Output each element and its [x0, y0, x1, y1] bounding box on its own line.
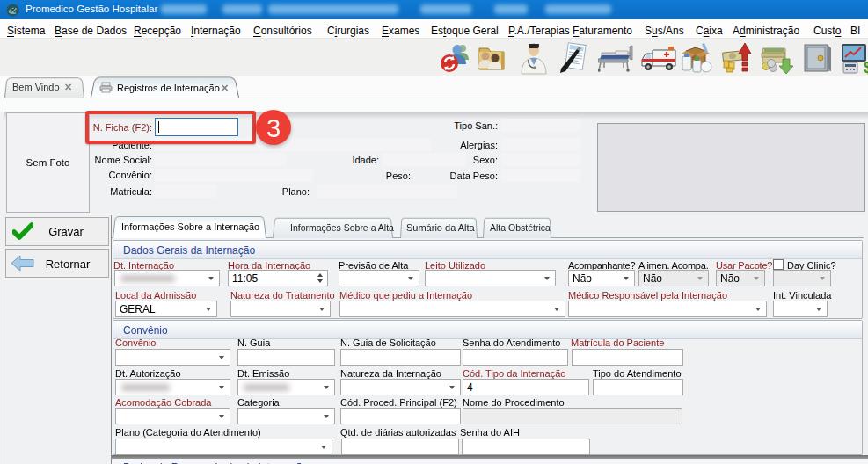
svg-text:$: $: [864, 59, 868, 75]
